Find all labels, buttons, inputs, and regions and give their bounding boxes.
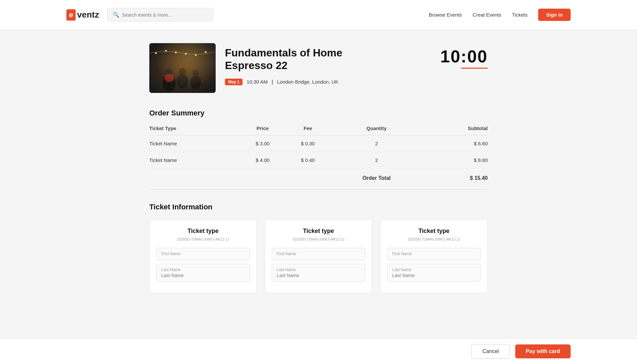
ticket-name-1: Ticket Name bbox=[149, 152, 240, 169]
ticket-last-name-field-0[interactable]: Last Name Last Name bbox=[156, 264, 250, 282]
ticket-card-id-0: (D255D-72M46-206K2-4lK12 1) bbox=[156, 237, 250, 241]
date-badge: May 1 bbox=[225, 79, 243, 85]
ticket-qty-1: 2 bbox=[330, 152, 423, 169]
order-table: Ticket Type Price Fee Quantity Subtotal … bbox=[149, 125, 488, 186]
ticket-card-type-0: Ticket type bbox=[156, 228, 250, 235]
nav-tickets[interactable]: Tickets bbox=[512, 12, 528, 18]
ticket-subtotal-1: $ 8.80 bbox=[423, 152, 488, 169]
table-row: Ticket Name $ 4.00 $ 0.40 2 $ 8.80 bbox=[149, 152, 488, 169]
nav-browse-events[interactable]: Browse Events bbox=[429, 12, 462, 18]
col-quantity: Quantity bbox=[330, 125, 423, 135]
ticket-first-name-field-2[interactable]: First Name bbox=[387, 248, 481, 260]
svg-point-9 bbox=[177, 74, 188, 89]
ticket-last-name-label-1: Last Name bbox=[277, 267, 360, 272]
ticket-subtotal-0: $ 6.60 bbox=[423, 135, 488, 152]
col-price: Price bbox=[240, 125, 285, 135]
event-header: Fundamentals of Home Espresso 22 May 1 1… bbox=[149, 43, 488, 93]
svg-point-8 bbox=[165, 68, 173, 76]
col-subtotal: Subtotal bbox=[423, 125, 488, 135]
svg-point-3 bbox=[175, 51, 177, 53]
ticket-card-type-1: Ticket type bbox=[272, 228, 365, 235]
timer-underline bbox=[461, 68, 488, 69]
ticket-cards: Ticket type (D255D-72M46-206K2-4lK12 1) … bbox=[149, 219, 488, 293]
event-meta: May 1 10:30 AM | London Bridge, London, … bbox=[225, 79, 488, 85]
event-separator: | bbox=[272, 79, 273, 85]
ticket-last-name-value-1: Last Name bbox=[277, 273, 360, 278]
ticket-qty-0: 2 bbox=[330, 135, 423, 152]
ticket-first-name-field-0[interactable]: First Name bbox=[156, 248, 250, 260]
ticket-price-1: $ 4.00 bbox=[240, 152, 285, 169]
ticket-last-name-field-2[interactable]: Last Name Last Name bbox=[387, 264, 481, 282]
ticket-card: Ticket type (D255D-72M46-206K2-4lK12 1) … bbox=[380, 219, 488, 293]
header: eventz 🔍 Browse Events Creat Events Tick… bbox=[0, 0, 637, 30]
nav-create-events[interactable]: Creat Events bbox=[472, 12, 501, 18]
nav-links: Browse Events Creat Events Tickets Sign … bbox=[429, 9, 571, 21]
order-total-value: $ 15.40 bbox=[423, 169, 488, 187]
svg-point-1 bbox=[155, 52, 157, 54]
ticket-card: Ticket type (D255D-72M46-206K2-4lK12 1) … bbox=[265, 219, 372, 293]
search-icon: 🔍 bbox=[113, 12, 119, 18]
logo[interactable]: eventz bbox=[66, 9, 99, 21]
ticket-fee-1: $ 0.40 bbox=[285, 152, 330, 169]
svg-point-5 bbox=[195, 54, 197, 56]
svg-point-13 bbox=[165, 74, 174, 82]
timer: 10:00 bbox=[440, 46, 488, 69]
svg-point-7 bbox=[163, 75, 176, 91]
search-input[interactable] bbox=[122, 12, 208, 18]
search-bar: 🔍 bbox=[107, 8, 213, 22]
svg-rect-0 bbox=[149, 43, 216, 93]
timer-display: 10:00 bbox=[440, 46, 488, 66]
svg-point-12 bbox=[192, 70, 199, 76]
svg-point-4 bbox=[185, 53, 187, 55]
order-total-label: Order Total bbox=[330, 169, 423, 187]
ticket-card-id-1: (D255D-72M46-206K2-4lK12 1) bbox=[272, 237, 365, 241]
event-location: London Bridge, London, UK bbox=[277, 79, 338, 85]
svg-point-6 bbox=[205, 51, 207, 53]
main-content: Fundamentals of Home Espresso 22 May 1 1… bbox=[143, 30, 494, 327]
col-fee: Fee bbox=[285, 125, 330, 135]
ticket-price-0: $ 3.00 bbox=[240, 135, 285, 152]
ticket-first-name-field-1[interactable]: First Name bbox=[272, 248, 365, 260]
event-image bbox=[149, 43, 216, 93]
order-summary-title: Order Summery bbox=[149, 109, 488, 117]
ticket-card-id-2: (D255D-72M46-206K2-4lK12 1) bbox=[387, 237, 481, 241]
logo-text: ventz bbox=[77, 10, 99, 20]
ticket-info-section: Ticket Information Ticket type (D255D-72… bbox=[149, 203, 488, 293]
ticket-card-type-2: Ticket type bbox=[387, 228, 481, 235]
section-divider bbox=[149, 189, 488, 189]
svg-point-11 bbox=[190, 76, 201, 89]
ticket-last-name-label-2: Last Name bbox=[392, 267, 476, 272]
svg-point-10 bbox=[179, 68, 186, 75]
col-ticket-type: Ticket Type bbox=[149, 125, 240, 135]
ticket-fee-0: $ 0.30 bbox=[285, 135, 330, 152]
logo-icon: e bbox=[66, 9, 76, 21]
ticket-last-name-value-2: Last Name bbox=[392, 273, 476, 278]
signin-button[interactable]: Sign in bbox=[538, 9, 571, 21]
ticket-name-0: Ticket Name bbox=[149, 135, 240, 152]
order-summary-section: Order Summery Ticket Type Price Fee Quan… bbox=[149, 109, 488, 186]
ticket-last-name-value-0: Last Name bbox=[161, 273, 245, 278]
ticket-card: Ticket type (D255D-72M46-206K2-4lK12 1) … bbox=[149, 219, 257, 293]
ticket-last-name-field-1[interactable]: Last Name Last Name bbox=[272, 264, 365, 282]
table-row: Ticket Name $ 3.00 $ 0.30 2 $ 6.60 bbox=[149, 135, 488, 152]
svg-point-2 bbox=[165, 50, 167, 52]
event-time: 10:30 AM bbox=[247, 79, 267, 85]
ticket-info-title: Ticket Information bbox=[149, 203, 488, 211]
ticket-last-name-label-0: Last Name bbox=[161, 267, 245, 272]
